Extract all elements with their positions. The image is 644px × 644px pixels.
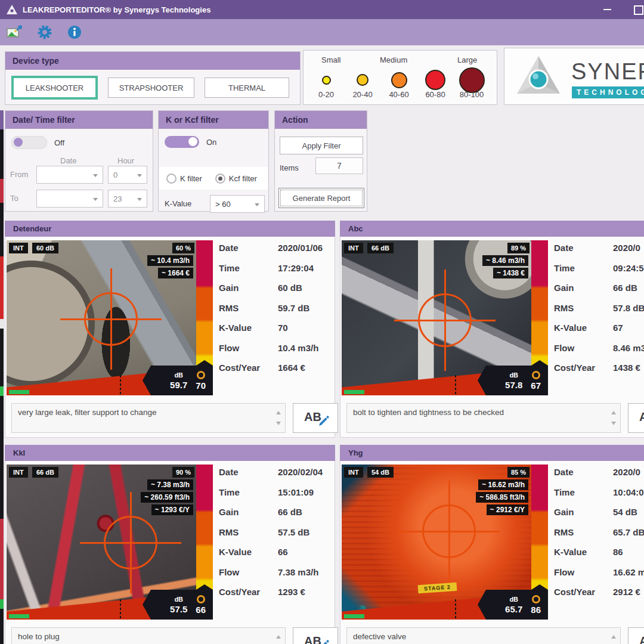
generate-report-button[interactable]: Generate Report — [278, 188, 364, 208]
panel-title: K or Kcf filter — [166, 115, 219, 125]
combo-value: 0 — [113, 171, 117, 179]
flow-chip: ~ 10.4 m3/h — [147, 255, 193, 266]
int-badge: INT — [9, 243, 28, 253]
from-label: From — [10, 170, 28, 179]
db-k-badge: dB 57.8 67 — [478, 366, 548, 395]
from-date-combo[interactable] — [36, 166, 103, 184]
card-body: INT 54 dB 85 % ~ 16.62 m3/h~ 586.85 ft3/… — [340, 461, 644, 644]
toolbar — [0, 19, 644, 45]
k-value-combo[interactable]: > 60 — [210, 195, 265, 213]
gain-badge: 60 dB — [32, 243, 58, 253]
leak-fields: Date2020/0 Time10:04:0 Gain54 dB RMS65.7… — [554, 462, 644, 602]
comment-textbox[interactable]: very large leak, filter support to chang… — [11, 403, 286, 433]
overlay-chips: ~ 16.62 m3/h~ 586.85 ft3/h~ 2912 €/Y — [476, 479, 528, 515]
card-title: Abc — [348, 224, 363, 233]
field-label-time: Time — [219, 263, 278, 273]
synergys-logo: SYNERGYS TECHNOLOGIES — [504, 48, 644, 105]
edit-comment-button[interactable]: AB — [628, 627, 644, 644]
percent-badge: 89 % — [507, 243, 530, 253]
field-value-time: 09:24:5 — [613, 263, 644, 273]
db-badge-value: 57.5 — [170, 604, 187, 614]
k-ring-icon — [197, 371, 205, 379]
card-header: Abc — [340, 221, 644, 237]
field-label-date: Date — [554, 243, 613, 253]
pencil-icon — [318, 416, 329, 426]
card-body: INT 60 dB 60 % ~ 10.4 m3/h~ 1664 € dB 59… — [5, 237, 335, 438]
date-time-filter-panel: Date/ Time filter Off Date Hour From 0 T… — [5, 110, 153, 212]
leak-photo: INT 66 dB 89 % ~ 8.46 m3/h~ 1438 € dB 57… — [342, 240, 548, 395]
scroll-up-icon[interactable] — [276, 411, 281, 414]
button-label: STRAPSHOOTER — [119, 83, 184, 92]
action-panel: Action Apply Filter Items 7 Generate Rep… — [274, 110, 367, 212]
scroll-down-icon[interactable] — [611, 422, 616, 425]
db-badge-label: dB — [174, 371, 183, 379]
comment-textbox[interactable]: defective valve — [346, 627, 621, 644]
field-value-time: 15:01:09 — [278, 487, 314, 497]
items-count-field: 7 — [315, 157, 363, 174]
wedge-marker — [455, 599, 456, 618]
k-ring-icon — [197, 595, 205, 603]
comment-textbox[interactable]: hole to plug — [11, 627, 286, 644]
minimize-button[interactable] — [603, 9, 611, 10]
legend-size-label: Large — [457, 55, 477, 64]
k-filter-toggle[interactable] — [165, 136, 199, 148]
leak-card: Abc INT 66 dB 89 % ~ 8.46 m3/h~ 1438 € d… — [340, 221, 644, 438]
k-filter-header: K or Kcf filter — [159, 111, 268, 129]
edit-comment-button[interactable]: AB — [628, 403, 644, 433]
device-button-thermal[interactable]: THERMAL — [205, 78, 289, 98]
to-date-combo[interactable] — [36, 190, 103, 208]
flow-chip-2: ~ 260.59 ft3/h — [141, 492, 193, 503]
int-badge: INT — [9, 467, 28, 478]
info-icon[interactable] — [66, 24, 83, 41]
field-label-gain: Gain — [554, 283, 613, 293]
device-type-panel: Device type LEAKSHOOTER STRAPSHOOTER THE… — [5, 51, 301, 105]
maximize-button[interactable] — [634, 5, 643, 15]
legend-range-label: 60-80 — [419, 90, 452, 99]
scroll-up-icon[interactable] — [611, 635, 616, 639]
device-button-strapshooter[interactable]: STRAPSHOOTER — [108, 78, 194, 98]
comment-textbox[interactable]: bolt to tighten and tightness to be chec… — [346, 403, 621, 433]
panel-title: Device type — [13, 56, 59, 66]
logo-triangle-icon — [515, 54, 562, 100]
field-label-cost: Cost/Year — [219, 363, 278, 373]
to-hour-combo[interactable]: 23 — [108, 190, 147, 208]
field-value-rms: 57.5 dB — [278, 527, 309, 537]
field-value-cost: 1664 € — [278, 363, 305, 373]
device-button-leakshooter[interactable]: LEAKSHOOTER — [11, 76, 98, 100]
db-badge-value: 65.7 — [505, 604, 522, 614]
from-hour-combo[interactable]: 0 — [108, 166, 147, 184]
field-value-rms: 59.7 dB — [278, 303, 309, 313]
legend-range-label: 20-40 — [346, 90, 379, 99]
settings-gear-icon[interactable] — [36, 24, 54, 41]
k-filter-radio-group: K filter Kcf filter — [159, 167, 268, 190]
card-title: Detendeur — [13, 224, 51, 233]
legend-dot — [425, 70, 445, 90]
k-badge-value: 66 — [196, 605, 206, 615]
legend-ranges: 0-20 20-40 40-60 60-80 80-100 — [309, 90, 488, 99]
scroll-up-icon[interactable] — [276, 635, 281, 639]
scroll-up-icon[interactable] — [611, 411, 616, 414]
field-label-kvalue: K-Value — [554, 323, 613, 333]
db-badge-label: dB — [509, 371, 518, 379]
apply-filter-button[interactable]: Apply Filter — [280, 137, 363, 154]
edit-comment-button[interactable]: AB — [293, 627, 338, 644]
overlay-chips: ~ 8.46 m3/h~ 1438 € — [482, 255, 528, 278]
date-filter-toggle[interactable] — [11, 136, 47, 149]
leak-photo: INT 60 dB 60 % ~ 10.4 m3/h~ 1664 € dB 59… — [7, 240, 213, 395]
flow-chip: ~ 7.38 m3/h — [147, 479, 193, 490]
scroll-down-icon[interactable] — [276, 422, 281, 425]
radio-label: K filter — [180, 174, 202, 183]
comment-text: defective valve — [353, 632, 406, 641]
leak-fields: Date2020/02/04 Time15:01:09 Gain66 dB RM… — [219, 462, 335, 602]
kcf-filter-radio[interactable]: Kcf filter — [215, 174, 257, 184]
field-value-flow: 10.4 m3/h — [278, 343, 318, 353]
field-label-rms: RMS — [554, 303, 613, 313]
title-bar: LEAKREPORTEDITOR® by Synergys Technologi… — [0, 0, 644, 19]
crosshair-icon — [60, 268, 162, 370]
edit-comment-button[interactable]: AB — [293, 403, 338, 433]
field-label-cost: Cost/Year — [554, 363, 613, 373]
card-body: INT 66 dB 89 % ~ 8.46 m3/h~ 1438 € dB 57… — [340, 237, 644, 438]
k-filter-radio[interactable]: K filter — [166, 174, 202, 184]
export-image-icon[interactable] — [6, 24, 24, 41]
button-label: THERMAL — [228, 83, 265, 92]
